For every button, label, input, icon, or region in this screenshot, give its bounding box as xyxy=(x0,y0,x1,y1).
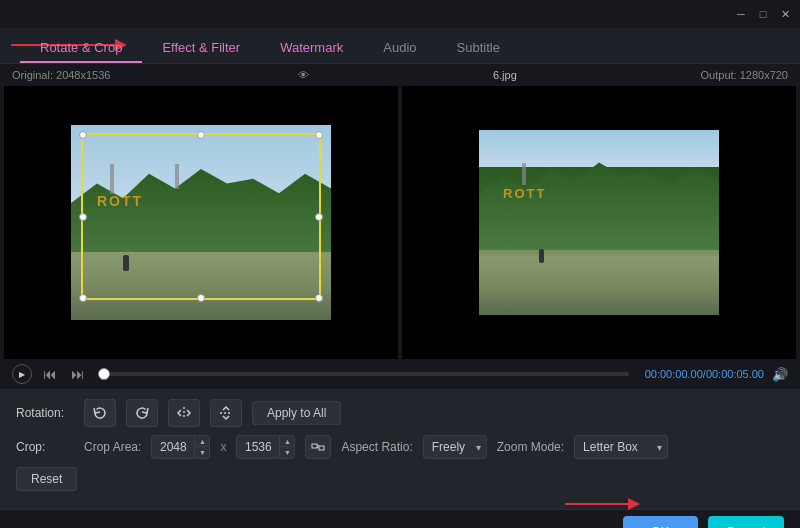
flip-v-button[interactable] xyxy=(210,399,242,427)
flip-h-button[interactable] xyxy=(168,399,200,427)
crop-handle-tl[interactable] xyxy=(79,131,87,139)
apply-to-all-button[interactable]: Apply to All xyxy=(252,401,341,425)
output-pole xyxy=(522,163,526,185)
crop-handle-tr[interactable] xyxy=(315,131,323,139)
rotation-row: Rotation: xyxy=(16,399,784,427)
crop-handle-rm[interactable] xyxy=(315,213,323,221)
crop-width-arrows[interactable]: ▲ ▼ xyxy=(194,436,209,458)
crop-label: Crop: xyxy=(16,440,74,454)
output-preview: ROTT xyxy=(479,130,719,315)
crop-width-value[interactable]: 2048 xyxy=(152,438,194,456)
crop-handle-tm[interactable] xyxy=(197,131,205,139)
crop-handle-bm[interactable] xyxy=(197,294,205,302)
timeline-thumb[interactable] xyxy=(98,368,110,380)
tab-watermark[interactable]: Watermark xyxy=(260,34,363,63)
tab-bar: Rotate & Crop Effect & Filter Watermark … xyxy=(0,28,800,64)
x-separator: x xyxy=(220,440,226,454)
crop-height-value[interactable]: 1536 xyxy=(237,438,279,456)
tab-rotate-crop[interactable]: Rotate & Crop xyxy=(20,34,142,63)
title-bar: ─ □ ✕ xyxy=(0,0,800,28)
timeline[interactable] xyxy=(104,372,629,376)
crop-handle-lm[interactable] xyxy=(79,213,87,221)
rotate-ccw-button[interactable] xyxy=(84,399,116,427)
rotate-cw-icon xyxy=(134,405,150,421)
ok-button[interactable]: OK xyxy=(623,516,698,528)
action-bar: OK Cancel xyxy=(0,509,800,528)
right-canvas: ROTT xyxy=(402,86,796,359)
zoom-mode-select-wrapper: Letter Box Pan & Scan Full xyxy=(574,435,668,459)
aspect-lock-icon xyxy=(311,440,325,454)
rotate-ccw-icon xyxy=(92,405,108,421)
crop-width-up[interactable]: ▲ xyxy=(195,436,209,447)
cancel-button[interactable]: Cancel xyxy=(708,516,784,528)
output-figure xyxy=(539,249,544,263)
flip-v-icon xyxy=(218,405,234,421)
rotate-cw-button[interactable] xyxy=(126,399,158,427)
crop-height-down[interactable]: ▼ xyxy=(280,447,294,458)
svg-rect-3 xyxy=(312,444,317,448)
crop-handle-br[interactable] xyxy=(315,294,323,302)
preview-area: Original: 2048x1536 👁 6.jpg Output: 1280… xyxy=(0,64,800,359)
crop-width-input[interactable]: 2048 ▲ ▼ xyxy=(151,435,210,459)
crop-height-arrows[interactable]: ▲ ▼ xyxy=(279,436,294,458)
crop-height-up[interactable]: ▲ xyxy=(280,436,294,447)
maximize-button[interactable]: □ xyxy=(756,7,770,21)
source-image: ROTT xyxy=(71,125,331,320)
aspect-ratio-select-wrapper: Freely 16:9 4:3 1:1 9:16 xyxy=(423,435,487,459)
controls-panel: Rotation: xyxy=(0,389,800,509)
output-text: ROTT xyxy=(503,186,546,201)
playback-bar: ▶ ⏮ ⏭ 00:00:00.00/00:00:05.00 🔊 xyxy=(0,359,800,389)
left-canvas: ROTT xyxy=(4,86,398,359)
tab-subtitle[interactable]: Subtitle xyxy=(437,34,520,63)
zoom-mode-select[interactable]: Letter Box Pan & Scan Full xyxy=(574,435,668,459)
crop-row: Crop: Crop Area: 2048 ▲ ▼ x 1536 ▲ ▼ xyxy=(16,435,784,459)
crop-handle-bl[interactable] xyxy=(79,294,87,302)
crop-aspect-lock-button[interactable] xyxy=(305,435,331,459)
rotation-label: Rotation: xyxy=(16,406,74,420)
preview-canvases: ROTT xyxy=(0,86,800,359)
minimize-button[interactable]: ─ xyxy=(734,7,748,21)
file-label: 6.jpg xyxy=(493,69,517,81)
close-button[interactable]: ✕ xyxy=(778,7,792,21)
volume-button[interactable]: 🔊 xyxy=(772,367,788,382)
eye-icon[interactable]: 👁 xyxy=(298,69,309,81)
tab-audio[interactable]: Audio xyxy=(363,34,436,63)
crop-height-input[interactable]: 1536 ▲ ▼ xyxy=(236,435,295,459)
reset-row: Reset xyxy=(16,467,784,491)
reset-button[interactable]: Reset xyxy=(16,467,77,491)
next-frame-button[interactable]: ⏭ xyxy=(68,364,88,384)
original-label: Original: 2048x1536 xyxy=(12,69,110,81)
crop-area-label: Crop Area: xyxy=(84,440,141,454)
tab-effect-filter[interactable]: Effect & Filter xyxy=(142,34,260,63)
play-button[interactable]: ▶ xyxy=(12,364,32,384)
flip-h-icon xyxy=(176,405,192,421)
time-display: 00:00:00.00/00:00:05.00 xyxy=(645,368,764,380)
preview-info-bar: Original: 2048x1536 👁 6.jpg Output: 1280… xyxy=(0,64,800,86)
crop-selection[interactable] xyxy=(81,133,321,300)
crop-width-down[interactable]: ▼ xyxy=(195,447,209,458)
prev-frame-button[interactable]: ⏮ xyxy=(40,364,60,384)
zoom-mode-label: Zoom Mode: xyxy=(497,440,564,454)
aspect-ratio-select[interactable]: Freely 16:9 4:3 1:1 9:16 xyxy=(423,435,487,459)
aspect-ratio-label: Aspect Ratio: xyxy=(341,440,412,454)
output-ground xyxy=(479,256,719,315)
output-label: Output: 1280x720 xyxy=(701,69,788,81)
svg-rect-4 xyxy=(319,446,324,450)
